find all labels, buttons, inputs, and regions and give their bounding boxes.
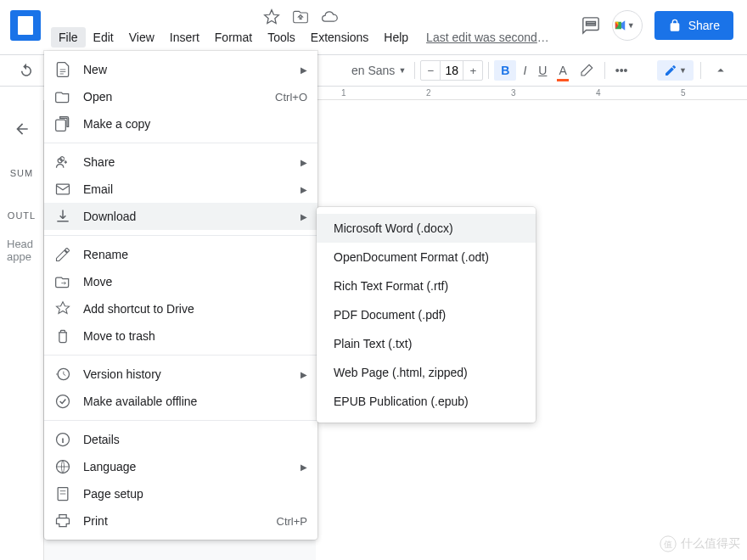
menu-item-label: Move [83,275,307,288]
offline-icon [54,393,71,410]
text-color-button[interactable]: A [553,60,571,81]
separator [700,62,701,79]
menu-separator [44,420,317,421]
font-family-select[interactable]: en Sans▼ [348,64,409,77]
menu-item-label: Share [83,155,300,169]
menu-help[interactable]: Help [376,27,416,48]
menu-separator [44,235,317,236]
comment-history-icon[interactable] [581,16,600,35]
file-menu-page-setup[interactable]: Page setup [44,480,317,507]
expand-button[interactable] [708,59,733,81]
file-menu-language[interactable]: Language▶ [44,453,317,480]
last-edit-link[interactable]: Last edit was seconds … [426,31,553,44]
trash-icon [54,328,71,344]
file-menu-print[interactable]: PrintCtrl+P [44,507,317,535]
download-option-5[interactable]: Web Page (.html, zipped) [317,358,536,387]
ruler-tick: 2 [426,88,431,98]
submenu-arrow-icon: ▶ [300,185,307,194]
rename-icon [54,246,71,263]
share-button[interactable]: Share [654,11,733,40]
file-menu-make-a-copy[interactable]: Make a copy [44,110,317,137]
menu-item-label: Print [83,514,277,528]
file-menu-rename[interactable]: Rename [44,241,317,268]
menu-item-label: Make a copy [83,117,307,131]
chevron-down-icon: ▼ [679,66,687,75]
download-option-6[interactable]: EPUB Publication (.epub) [317,387,536,416]
file-menu-version-history[interactable]: Version history▶ [44,361,317,388]
ruler-tick: 5 [681,88,686,98]
docs-logo-icon[interactable] [10,10,41,41]
file-menu-open[interactable]: OpenCtrl+O [44,83,317,110]
star-icon[interactable] [263,8,280,25]
increase-font-button[interactable]: + [463,61,482,80]
menu-item-label: New [83,63,300,76]
font-size-input[interactable] [440,61,463,80]
doc-icon [54,61,71,78]
outline-heading: OUTL [8,210,36,221]
submenu-arrow-icon: ▶ [300,370,307,379]
menu-item-label: Download [83,210,300,223]
download-option-1[interactable]: OpenDocument Format (.odt) [317,243,536,272]
copy-icon [54,115,71,132]
undo-button[interactable] [14,59,39,81]
ruler[interactable]: 1 2 3 4 5 [316,87,747,100]
file-menu-new[interactable]: New▶ [44,56,317,83]
file-menu-download[interactable]: Download▶ [44,203,317,230]
file-menu-add-shortcut-to-drive[interactable]: Add shortcut to Drive [44,295,317,322]
folder-icon [54,88,71,105]
file-menu-dropdown: New▶OpenCtrl+OMake a copyShare▶Email▶Dow… [44,51,317,540]
menu-item-label: Rename [83,248,307,261]
titlebar-right: ▼ Share [581,10,733,41]
ruler-tick: 4 [596,88,601,98]
summary-heading: SUM [10,168,33,178]
underline-button[interactable]: U [533,60,552,81]
editing-mode-button[interactable]: ▼ [657,60,694,81]
menu-separator [44,355,317,356]
decrease-font-button[interactable]: − [421,61,440,80]
titlebar: File Edit View Insert Format Tools Exten… [0,0,747,54]
menu-format[interactable]: Format [207,27,260,48]
download-icon [54,208,71,225]
file-menu-make-available-offline[interactable]: Make available offline [44,388,317,415]
menu-view[interactable]: View [121,27,162,48]
download-option-4[interactable]: Plain Text (.txt) [317,329,536,358]
meet-button[interactable]: ▼ [612,10,643,41]
file-menu-move-to-trash[interactable]: Move to trash [44,322,317,350]
italic-button[interactable]: I [518,60,531,81]
outline-sidebar: SUM OUTL Head appe [0,100,44,560]
cloud-status-icon[interactable] [321,8,338,25]
bold-button[interactable]: B [494,60,516,81]
font-name: en Sans [351,64,395,77]
file-menu-details[interactable]: Details [44,426,317,453]
menu-extensions[interactable]: Extensions [303,27,376,48]
menu-item-label: Open [83,90,275,104]
move-doc-icon[interactable] [292,8,309,25]
highlight-button[interactable] [574,59,599,81]
menu-insert[interactable]: Insert [162,27,207,48]
file-menu-move[interactable]: Move [44,268,317,295]
menu-tools[interactable]: Tools [260,27,303,48]
lock-icon [668,19,682,32]
download-option-3[interactable]: PDF Document (.pdf) [317,300,536,329]
more-tools-button[interactable]: ••• [610,60,633,81]
print-icon [54,512,71,529]
menu-item-label: Page setup [83,487,307,501]
history-icon [54,366,71,383]
share-icon [54,154,71,171]
download-option-2[interactable]: Rich Text Format (.rtf) [317,272,536,300]
menu-edit[interactable]: Edit [86,27,121,48]
submenu-arrow-icon: ▶ [300,158,307,167]
move-icon [54,273,71,290]
watermark-text: 什么值得买 [681,536,740,552]
submenu-arrow-icon: ▶ [300,212,307,221]
page-icon [54,485,71,502]
back-arrow-button[interactable] [7,114,37,144]
menu-file[interactable]: File [51,27,86,48]
file-menu-share[interactable]: Share▶ [44,148,317,176]
info-icon [54,431,71,448]
shortcut-icon [54,300,71,317]
share-label: Share [688,19,720,32]
download-submenu: Microsoft Word (.docx)OpenDocument Forma… [317,207,536,423]
file-menu-email[interactable]: Email▶ [44,176,317,203]
download-option-0[interactable]: Microsoft Word (.docx) [317,214,536,243]
